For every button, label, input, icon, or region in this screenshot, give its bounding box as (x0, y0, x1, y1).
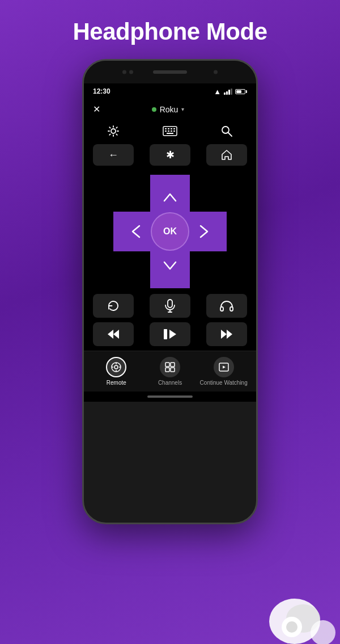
svg-rect-18 (168, 300, 172, 308)
playpause-button[interactable] (150, 322, 190, 346)
options-icon: ✱ (166, 149, 175, 161)
media-row-2 (93, 322, 247, 346)
nav-item-continue-watching[interactable]: Continue Watching (197, 357, 250, 386)
svg-rect-21 (220, 307, 223, 311)
channels-nav-label: Channels (158, 380, 182, 386)
search-icon (220, 124, 233, 138)
svg-rect-30 (165, 363, 169, 367)
phone-bezel (84, 61, 256, 83)
svg-rect-8 (171, 131, 172, 132)
status-icons: ▲ (214, 87, 247, 96)
remote-area: ← (84, 119, 256, 351)
svg-rect-23 (164, 329, 167, 339)
svg-rect-2 (165, 128, 167, 129)
svg-rect-4 (171, 128, 172, 129)
remote-nav-icon (106, 357, 126, 377)
earbuds-decoration (255, 565, 340, 644)
status-bar: 12:30 ▲ (84, 83, 256, 99)
channels-nav-icon (160, 357, 180, 377)
svg-point-25 (114, 365, 118, 369)
svg-rect-5 (173, 128, 175, 129)
svg-rect-22 (230, 307, 233, 311)
svg-rect-33 (171, 368, 175, 372)
wifi-icon: ▲ (214, 87, 221, 96)
device-name: Roku (160, 105, 178, 114)
device-label[interactable]: Roku ▾ (152, 105, 185, 114)
continue-watching-nav-icon (214, 357, 234, 377)
svg-rect-32 (165, 368, 169, 372)
dpad-left-button[interactable] (119, 214, 153, 249)
fastforward-button[interactable] (206, 322, 247, 346)
page-title: Headphone Mode (73, 18, 267, 45)
svg-rect-10 (167, 133, 173, 134)
keyboard-container: ✱ (150, 124, 190, 166)
replay-button[interactable] (93, 294, 134, 318)
dpad-wrapper: OK (113, 175, 227, 288)
dpad-ok-button[interactable]: OK (151, 212, 189, 251)
continue-watching-nav-label: Continue Watching (200, 380, 248, 386)
dpad-up-button[interactable] (153, 180, 187, 214)
dpad-down-button[interactable] (153, 249, 187, 283)
camera-right (214, 70, 218, 74)
back-icon: ← (108, 149, 118, 161)
svg-line-12 (228, 133, 232, 137)
close-button[interactable]: ✕ (93, 104, 100, 115)
headphone-button[interactable] (206, 294, 247, 318)
home-button[interactable] (206, 144, 247, 166)
ok-label: OK (163, 226, 177, 237)
phone-screen: ✕ Roku ▾ (84, 99, 256, 402)
remote-nav-label: Remote (107, 380, 126, 386)
back-button[interactable]: ← (93, 144, 134, 166)
nav-item-channels[interactable]: Channels (143, 357, 197, 386)
settings-icon (107, 124, 120, 138)
camera-dots (122, 70, 133, 74)
bottom-nav: Remote Channels (84, 351, 256, 392)
mic-button[interactable] (150, 294, 190, 318)
options-button[interactable]: ✱ (150, 144, 190, 166)
bottom-indicator (84, 392, 256, 402)
phone-speaker (153, 70, 187, 74)
battery-icon (235, 89, 247, 94)
dpad-right-button[interactable] (187, 214, 221, 249)
media-row-1 (93, 294, 247, 318)
signal-bars (224, 89, 232, 95)
nav-item-remote[interactable]: Remote (90, 357, 143, 386)
svg-point-39 (311, 620, 335, 644)
svg-rect-7 (168, 131, 169, 132)
svg-rect-6 (165, 131, 167, 132)
home-indicator (147, 395, 193, 398)
svg-rect-9 (173, 131, 175, 132)
search-container (206, 124, 247, 166)
keyboard-icon (163, 124, 177, 138)
top-icon-row: ← (93, 124, 247, 166)
status-time: 12:30 (93, 87, 110, 95)
settings-container: ← (93, 124, 134, 166)
svg-point-0 (111, 129, 116, 133)
svg-point-38 (286, 621, 298, 633)
app-header: ✕ Roku ▾ (84, 99, 256, 119)
svg-rect-31 (171, 363, 175, 367)
svg-rect-3 (168, 128, 169, 129)
rewind-button[interactable] (93, 322, 134, 346)
chevron-down-icon: ▾ (181, 106, 184, 112)
connection-indicator (152, 107, 156, 112)
phone-frame: 12:30 ▲ ✕ (82, 59, 258, 524)
